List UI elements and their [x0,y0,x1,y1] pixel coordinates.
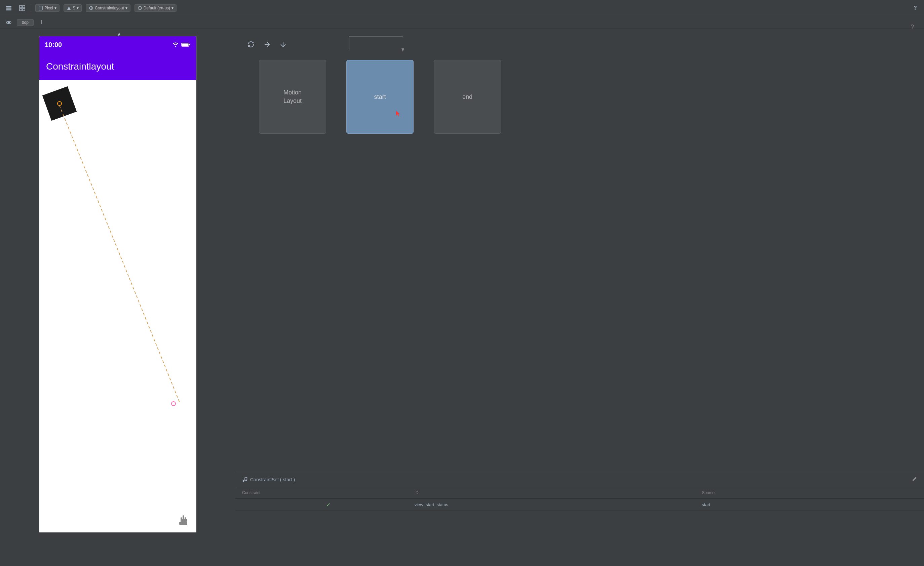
end-dot [171,401,176,406]
device-chevron: ▾ [54,6,57,10]
svg-point-13 [175,46,176,47]
flow-diagram-container: Motion Layout start [259,60,501,134]
locale-dropdown[interactable]: Default (en-us) ▾ [135,4,177,12]
device-dropdown[interactable]: Pixel ▾ [35,4,60,12]
right-panel: ? Motion Layout [236,29,924,566]
cell-id: view_start_status [415,502,702,507]
table-row[interactable]: ✓ view_start_status start [236,499,924,511]
device-app-toolbar: Constraintlayout [39,53,196,80]
eye-icon[interactable] [4,18,14,27]
hand-icon[interactable] [177,514,189,527]
svg-line-26 [244,477,247,478]
motion-icon-add[interactable] [262,39,272,50]
constraint-header: ConstraintSet ( start ) [236,472,924,487]
second-toolbar: 0dp I [0,16,924,29]
layout-label: Constraintlayout [95,6,124,10]
svg-marker-21 [402,48,404,52]
svg-rect-2 [6,9,11,10]
col-header-constraint: Constraint [242,489,415,496]
main-content: 10:00 Con [0,29,924,566]
dp-value[interactable]: 0dp [17,19,34,26]
left-panel: 10:00 Con [0,29,236,566]
constraint-set-icon [242,477,248,482]
cell-source: start [702,502,917,507]
device-frame: 10:00 Con [39,36,197,533]
wifi-icon [172,41,179,48]
col-header-source: Source [702,489,917,496]
help-icon[interactable]: ? [910,3,920,13]
svg-rect-16 [182,44,189,46]
layers-icon[interactable] [4,3,14,13]
toolbar-right: ? [910,3,920,13]
svg-rect-4 [22,5,25,8]
locale-label: Default (en-us) [144,6,170,10]
device-time: 10:00 [45,41,62,49]
app-title: Constraintlayout [46,61,114,72]
svg-marker-8 [67,6,70,10]
red-cursor-icon [395,109,403,120]
svg-rect-6 [22,8,25,11]
col-header-id: ID [415,489,702,496]
motion-top-icons [246,39,288,50]
separator [31,4,31,12]
svg-rect-15 [189,44,190,45]
start-node-label: start [374,93,386,100]
end-node[interactable]: end [434,60,501,134]
status-icons [172,41,190,48]
svg-point-10 [138,6,141,10]
layout-dropdown[interactable]: Constraintlayout ▾ [86,4,130,12]
locale-chevron: ▾ [171,6,174,10]
motion-layout-label2: Layout [284,97,302,105]
svg-rect-7 [39,6,42,10]
motion-layout-label1: Motion [284,88,302,97]
svg-rect-5 [20,8,22,11]
table-header: Constraint ID Source [236,487,924,499]
widget-box[interactable] [42,86,77,121]
text-cursor-icon[interactable]: I [37,18,46,27]
flow-nodes-row: Motion Layout start [259,60,501,134]
motion-icon-cycle[interactable] [246,39,256,50]
size-label: S [73,6,75,10]
device-status-bar: 10:00 [39,36,196,53]
grid-icon[interactable] [18,3,27,13]
constraint-panel: ConstraintSet ( start ) Constraint ID So… [236,472,924,566]
cell-constraint: ✓ [242,502,415,508]
device-label: Pixel [44,6,53,10]
svg-rect-1 [6,7,11,8]
layout-chevron: ▾ [125,6,128,10]
size-dropdown[interactable]: S ▾ [63,4,82,12]
start-node[interactable]: start [346,60,414,134]
dp-input-group: 0dp [17,19,34,26]
device-content [39,80,196,533]
end-node-label: end [462,93,472,100]
svg-point-12 [8,21,10,23]
constraint-title: ConstraintSet ( start ) [242,477,295,482]
svg-rect-18 [349,36,350,50]
battery-icon [181,42,190,47]
svg-line-17 [59,105,179,402]
right-help-icon[interactable]: ? [910,24,914,31]
widget-center-dot [57,100,63,106]
top-toolbar: Pixel ▾ S ▾ Constraintlayout ▾ Default (… [0,0,924,16]
svg-rect-0 [6,6,11,7]
motion-layout-node[interactable]: Motion Layout [259,60,326,134]
motion-editor: ? Motion Layout [236,29,924,472]
path-svg [39,80,196,533]
size-chevron: ▾ [76,6,79,10]
constraint-edit-button[interactable] [912,476,917,483]
svg-rect-3 [20,5,22,8]
motion-icon-down[interactable] [278,39,288,50]
constraint-title-text: ConstraintSet ( start ) [250,477,295,482]
svg-rect-20 [403,36,403,50]
